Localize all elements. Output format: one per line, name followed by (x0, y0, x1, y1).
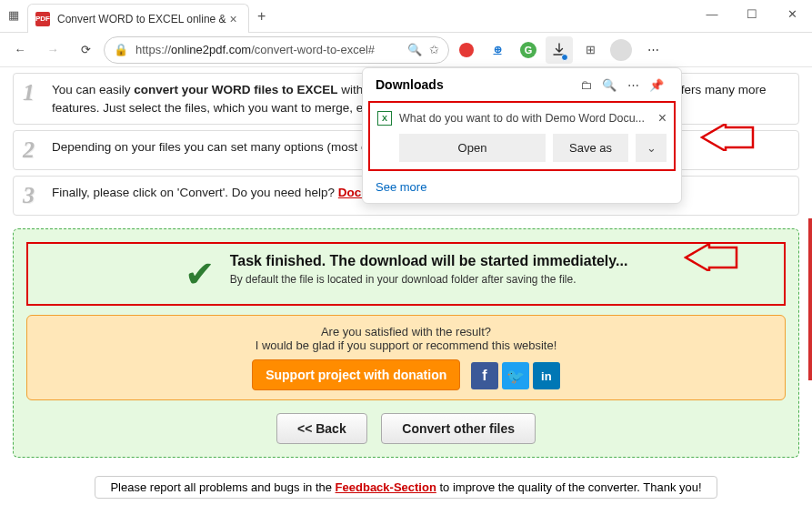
download-prompt: What do you want to do with Demo Word Do… (399, 112, 645, 125)
facebook-icon[interactable]: f (471, 362, 498, 389)
tab-title: Convert WORD to EXCEL online & (57, 13, 226, 25)
extension-blue-icon[interactable]: ⊕ (484, 36, 511, 64)
downloads-more-icon[interactable]: ⋯ (621, 78, 645, 92)
save-as-chevron-icon[interactable]: ⌄ (636, 134, 667, 162)
downloads-button[interactable] (546, 36, 573, 64)
close-window-icon[interactable]: ✕ (772, 0, 812, 27)
checkmark-icon: ✔ (185, 253, 216, 295)
more-icon[interactable]: ⋯ (638, 35, 667, 65)
zoom-icon[interactable]: 🔍 (407, 43, 422, 56)
url-text: https://online2pdf.com/convert-word-to-e… (135, 43, 400, 56)
linkedin-icon[interactable]: in (533, 362, 560, 389)
pin-icon[interactable]: 📌 (645, 78, 668, 92)
support-box: Are you satisfied with the result? I wou… (26, 315, 786, 400)
task-title: Task finished. The download will be star… (230, 253, 628, 269)
result-panel: ✔ Task finished. The download will be st… (13, 228, 799, 458)
collections-icon[interactable]: ⊞ (576, 36, 604, 64)
favorite-icon[interactable]: ✩ (429, 43, 439, 56)
browser-tab[interactable]: PDF Convert WORD to EXCEL online & × (27, 4, 249, 33)
tab-actions-icon[interactable]: ▦ (0, 0, 27, 29)
twitter-icon[interactable]: 🐦 (502, 362, 529, 389)
profile-avatar[interactable] (607, 36, 635, 64)
extension-grammarly-icon[interactable]: G (515, 36, 542, 64)
task-finished-box: ✔ Task finished. The download will be st… (26, 242, 786, 306)
refresh-icon[interactable]: ⟳ (71, 35, 100, 65)
open-folder-icon[interactable]: 🗀 (574, 78, 597, 92)
forward-icon: → (38, 35, 67, 65)
task-subtext: By default the file is located in your d… (230, 273, 628, 286)
back-icon[interactable]: ← (5, 35, 35, 65)
footer-note: Please report all problems and bugs in t… (95, 476, 717, 499)
downloads-panel: Downloads 🗀 🔍 ⋯ 📌 X What do you want to … (362, 67, 682, 204)
convert-other-button[interactable]: Convert other files (381, 413, 536, 444)
extension-adblock-icon[interactable] (453, 36, 480, 64)
scroll-indicator (808, 218, 812, 380)
feedback-link[interactable]: Feedback-Section (336, 480, 436, 494)
open-file-button[interactable]: Open (399, 134, 546, 162)
address-bar[interactable]: 🔒 https://online2pdf.com/convert-word-to… (104, 36, 449, 64)
browser-toolbar: ← → ⟳ 🔒 https://online2pdf.com/convert-w… (0, 33, 812, 67)
window-titlebar: ▦ PDF Convert WORD to EXCEL online & × +… (0, 0, 812, 33)
search-downloads-icon[interactable]: 🔍 (597, 78, 621, 92)
new-tab-button[interactable]: + (249, 4, 275, 29)
see-more-link[interactable]: See more (363, 171, 439, 196)
download-item: X What do you want to do with Demo Word … (368, 101, 676, 171)
downloads-title: Downloads (376, 77, 574, 92)
annotation-arrow-icon (684, 244, 738, 271)
annotation-arrow-icon (700, 124, 755, 151)
excel-file-icon: X (377, 111, 392, 126)
minimize-icon[interactable]: — (692, 0, 732, 27)
back-button[interactable]: << Back (276, 413, 367, 444)
save-as-button[interactable]: Save as (553, 134, 628, 162)
donate-button[interactable]: Support project with donation (252, 359, 460, 390)
dismiss-download-icon[interactable]: × (658, 110, 667, 126)
maximize-icon[interactable]: ☐ (732, 0, 772, 27)
site-info-icon[interactable]: 🔒 (114, 43, 128, 56)
tab-favicon: PDF (35, 12, 50, 26)
close-tab-icon[interactable]: × (226, 12, 241, 26)
